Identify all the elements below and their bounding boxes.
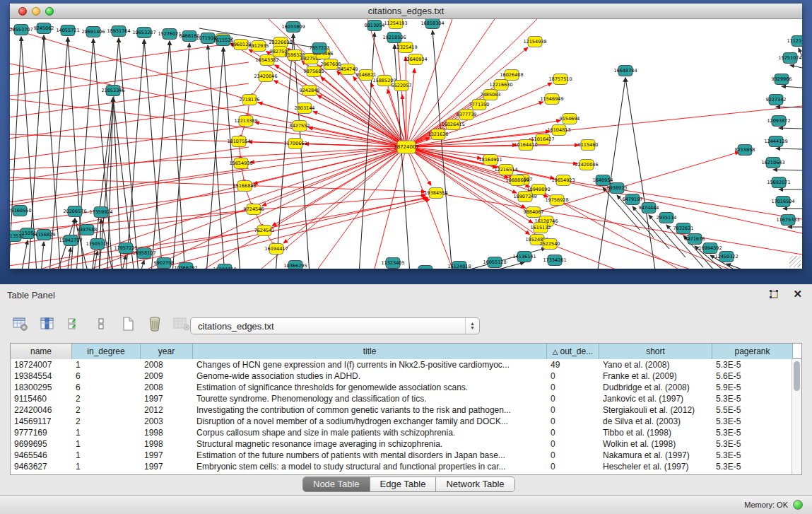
- table-cell[interactable]: 5.3E-5: [712, 461, 793, 472]
- graph-node-teal[interactable]: 15276021: [158, 29, 181, 40]
- graph-node-yellow[interactable]: 9884067: [524, 207, 544, 218]
- graph-node-yellow[interactable]: 8454749: [338, 64, 358, 75]
- tab-network-table[interactable]: Network Table: [436, 477, 514, 491]
- table-cell[interactable]: 1997: [141, 450, 193, 461]
- table-cell[interactable]: Jankovic et al. (1997): [599, 393, 712, 404]
- graph-node-yellow[interactable]: 23420046: [254, 71, 277, 82]
- table-cell[interactable]: 1: [72, 461, 141, 472]
- table-cell[interactable]: Dudbridge et al. (2008): [599, 382, 712, 393]
- table-cell[interactable]: 9465546: [11, 450, 72, 461]
- graph-node-teal[interactable]: 8938923: [607, 183, 628, 194]
- graph-node-yellow[interactable]: 7771350: [469, 100, 490, 110]
- graph-node-teal[interactable]: 16194410: [213, 264, 236, 269]
- tab-edge-table[interactable]: Edge Table: [370, 477, 437, 491]
- table-row[interactable]: 1938455462009Genome-wide association stu…: [11, 370, 801, 382]
- table-cell[interactable]: 6: [72, 370, 141, 382]
- float-panel-icon[interactable]: [768, 289, 779, 300]
- graph-node-teal[interactable]: 16210643: [761, 158, 784, 168]
- table-cell[interactable]: Hescheler et al. (1997): [599, 461, 712, 472]
- table-cell[interactable]: 0: [547, 393, 599, 404]
- table-cell[interactable]: 5.3E-5: [712, 438, 793, 450]
- table-cell[interactable]: 0: [547, 370, 599, 382]
- graph-node-yellow[interactable]: 9115460: [578, 140, 599, 151]
- table-cell[interactable]: 9777169: [11, 427, 72, 438]
- table-cell[interactable]: 2008: [141, 359, 193, 370]
- network-window[interactable]: citations_edges.txt 71638228960128891293…: [10, 4, 802, 269]
- table-cell[interactable]: 0: [547, 382, 599, 393]
- graph-node-teal[interactable]: 7615526: [213, 35, 234, 46]
- table-vertical-scrollbar[interactable]: [792, 359, 801, 474]
- table-cell[interactable]: 22420046: [11, 404, 72, 416]
- graph-node-teal[interactable]: 6479197: [623, 194, 643, 205]
- unselect-all-button[interactable]: [90, 314, 112, 334]
- select-all-button[interactable]: [64, 314, 85, 334]
- graph-node-teal[interactable]: 8471676: [685, 234, 705, 245]
- table-row[interactable]: 1872400712008Changes of HCN gene express…: [11, 359, 801, 370]
- table-cell[interactable]: 1998: [141, 427, 193, 438]
- table-cell[interactable]: Structural magnetic resonance image aver…: [193, 438, 547, 450]
- graph-node-yellow[interactable]: 12213389: [234, 116, 257, 127]
- table-cell[interactable]: 2: [72, 404, 141, 416]
- graph-node-yellow[interactable]: 8912935: [249, 41, 269, 52]
- graph-node-yellow[interactable]: 6522057: [392, 81, 412, 91]
- table-cell[interactable]: 0: [547, 461, 599, 472]
- graph-node-teal[interactable]: 9902708: [154, 258, 175, 269]
- graph-node-yellow[interactable]: 16104813: [547, 125, 570, 136]
- graph-node-yellow[interactable]: 18724007: [394, 141, 419, 153]
- table-row[interactable]: 946554611997Estimation of the future num…: [11, 450, 801, 461]
- table-cell[interactable]: 9699695: [11, 438, 72, 450]
- table-cell[interactable]: 9115460: [11, 393, 72, 404]
- table-cell[interactable]: Wolkin et al. (1998): [599, 438, 712, 450]
- table-cell[interactable]: 2009: [141, 370, 193, 382]
- graph-node-yellow[interactable]: 15166848: [233, 181, 256, 192]
- table-row[interactable]: 1830029562008Estimation of significance …: [11, 382, 801, 393]
- table-cell[interactable]: 0: [547, 438, 599, 450]
- graph-node-teal[interactable]: 15751074: [778, 53, 801, 64]
- show-columns-button[interactable]: [37, 314, 58, 334]
- graph-node-teal[interactable]: 12093872: [767, 116, 790, 127]
- graph-node-teal[interactable]: 11675333: [776, 215, 799, 226]
- table-cell[interactable]: 1: [72, 450, 141, 461]
- table-cell[interactable]: 18724007: [11, 359, 72, 370]
- graph-node-teal[interactable]: 19218506: [382, 33, 406, 43]
- table-cell[interactable]: 2: [72, 416, 141, 427]
- table-cell[interactable]: 2003: [141, 416, 193, 427]
- table-cell[interactable]: 5.6E-5: [712, 370, 793, 382]
- table-cell[interactable]: 5.3E-5: [712, 427, 793, 438]
- table-cell[interactable]: 5.3E-5: [712, 359, 793, 370]
- table-cell[interactable]: 0: [547, 416, 599, 427]
- graph-node-yellow[interactable]: 22420046: [575, 160, 598, 170]
- graph-node-yellow[interactable]: 12216514: [494, 165, 517, 175]
- graph-node-teal[interactable]: 7632621: [673, 223, 694, 234]
- graph-node-yellow[interactable]: 9242848: [300, 86, 320, 96]
- table-cell[interactable]: 1997: [141, 393, 193, 404]
- table-row[interactable]: 969969511998Structural magnetic resonanc…: [11, 438, 801, 450]
- graph-node-yellow[interactable]: 2522540: [540, 239, 560, 250]
- column-header-pagerank[interactable]: pagerank: [712, 344, 793, 359]
- table-row[interactable]: 911546021997Tourette syndrome. Phenomeno…: [11, 393, 801, 404]
- graph-node-teal[interactable]: 15692071: [767, 177, 790, 188]
- graph-node-yellow[interactable]: 18757510: [548, 74, 572, 85]
- graph-node-teal[interactable]: 7857223: [310, 43, 330, 54]
- table-cell[interactable]: Genome-wide association studies in ADHD.: [193, 370, 547, 382]
- graph-node-yellow[interactable]: 12154938: [523, 37, 546, 47]
- graph-node-teal[interactable]: 8813054: [365, 21, 385, 31]
- graph-node-teal[interactable]: 12444139: [764, 136, 787, 147]
- graph-node-teal[interactable]: 9474444: [639, 203, 659, 214]
- table-cell[interactable]: 18300295: [11, 382, 72, 393]
- table-cell[interactable]: 1: [72, 438, 141, 450]
- graph-node-teal[interactable]: 11323405: [381, 258, 404, 269]
- graph-node-teal[interactable]: 16648784: [613, 66, 637, 76]
- table-cell[interactable]: Estimation of significance thresholds fo…: [193, 382, 547, 393]
- graph-node-yellow[interactable]: 11700662: [283, 139, 307, 149]
- graph-node-yellow[interactable]: 7485083: [481, 90, 501, 100]
- graph-node-teal[interactable]: 16858304: [420, 19, 444, 29]
- table-cell[interactable]: 1: [72, 427, 141, 438]
- table-cell[interactable]: Tibbo et al. (1998): [599, 427, 712, 438]
- table-cell[interactable]: 0: [547, 450, 599, 461]
- table-cell[interactable]: Changes of HCN gene expression and I(f) …: [193, 359, 547, 370]
- citation-graph[interactable]: 7163822896012889129352822603898275051654…: [10, 19, 802, 269]
- graph-node-yellow[interactable]: 1615132: [531, 223, 551, 233]
- table-cell[interactable]: Corpus callosum shape and size in male p…: [193, 427, 547, 438]
- table-cell[interactable]: 5.3E-5: [712, 393, 793, 404]
